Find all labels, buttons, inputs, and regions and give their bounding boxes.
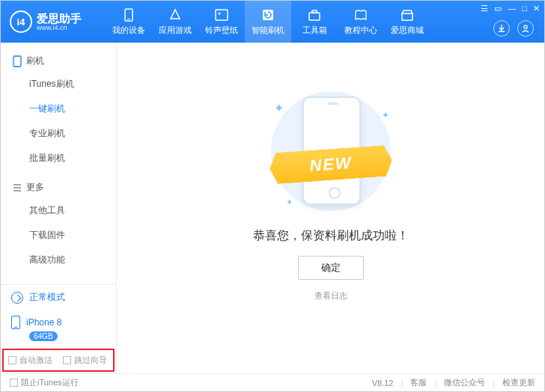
checkbox-auto-activate[interactable]: 自动激活 xyxy=(8,355,52,366)
app-subtitle: www.i4.cn xyxy=(37,24,82,31)
sidebar-item-batch-flash[interactable]: 批量刷机 xyxy=(1,146,116,171)
phone-outline-icon xyxy=(13,55,22,67)
top-nav: 我的设备 应用游戏 铃声壁纸 智能刷机 工具箱 教程中心 爱思商城 xyxy=(106,1,430,43)
minimize-icon[interactable]: — xyxy=(508,4,516,13)
download-icon[interactable] xyxy=(493,20,510,37)
nav-toolbox[interactable]: 工具箱 xyxy=(291,1,338,43)
sidebar-item-other-tools[interactable]: 其他工具 xyxy=(1,198,116,223)
sidebar: 刷机 iTunes刷机 一键刷机 专业刷机 批量刷机 更多 其他工具 下载固件 … xyxy=(1,43,117,373)
check-update-link[interactable]: 检查更新 xyxy=(502,377,535,388)
nav-label: 爱思商城 xyxy=(391,25,424,36)
device-info[interactable]: iPhone 8 xyxy=(1,310,116,331)
nav-ringtones[interactable]: 铃声壁纸 xyxy=(198,1,245,43)
phone-icon xyxy=(122,8,136,22)
version-label: V8.12 xyxy=(372,379,394,388)
device-mode[interactable]: 正常模式 xyxy=(1,285,116,310)
flash-options: 自动激活 跳过向导 xyxy=(1,347,116,373)
menu-icon xyxy=(13,183,22,192)
nav-apps[interactable]: 应用游戏 xyxy=(152,1,198,43)
checkbox-label: 阻止iTunes运行 xyxy=(21,377,79,388)
svg-rect-9 xyxy=(13,56,21,67)
device-name: iPhone 8 xyxy=(26,317,61,328)
svg-rect-5 xyxy=(309,13,320,20)
refresh-icon xyxy=(261,8,275,22)
svg-rect-6 xyxy=(312,10,317,13)
nav-smart-flash[interactable]: 智能刷机 xyxy=(245,1,291,43)
close-icon[interactable]: ✕ xyxy=(533,4,540,13)
sidebar-item-oneclick-flash[interactable]: 一键刷机 xyxy=(1,97,116,121)
svg-rect-7 xyxy=(402,13,412,20)
sidebar-group-more: 更多 xyxy=(1,177,116,198)
image-icon xyxy=(215,8,228,22)
nav-label: 教程中心 xyxy=(344,25,377,36)
sidebar-item-advanced[interactable]: 高级功能 xyxy=(1,248,116,272)
sidebar-item-itunes-flash[interactable]: iTunes刷机 xyxy=(1,72,116,97)
logo-mark-icon: i4 xyxy=(10,10,32,33)
checkbox-icon xyxy=(8,356,16,364)
sidebar-group-flash: 刷机 xyxy=(1,50,116,72)
sidebar-group-label: 刷机 xyxy=(26,55,44,67)
sparkle-icon: ✦ xyxy=(274,101,284,115)
svg-rect-2 xyxy=(216,10,228,20)
nav-label: 我的设备 xyxy=(112,25,145,36)
success-message: 恭喜您，保资料刷机成功啦！ xyxy=(253,228,409,244)
skin-icon[interactable]: ▭ xyxy=(494,4,502,13)
store-icon xyxy=(401,8,414,22)
confirm-button[interactable]: 确定 xyxy=(298,256,364,280)
sparkle-icon: ✦ xyxy=(286,197,293,207)
nav-my-device[interactable]: 我的设备 xyxy=(106,1,152,43)
checkbox-label: 跳过向导 xyxy=(74,355,107,366)
sidebar-item-download-firmware[interactable]: 下载固件 xyxy=(1,223,116,248)
device-mode-label: 正常模式 xyxy=(29,291,65,304)
maximize-icon[interactable]: □ xyxy=(522,4,527,13)
apps-icon xyxy=(168,8,182,22)
status-bar: 阻止iTunes运行 V8.12 | 客服 | 微信公众号 | 检查更新 xyxy=(1,373,544,391)
nav-store[interactable]: 爱思商城 xyxy=(384,1,430,43)
app-logo: i4 爱思助手 www.i4.cn xyxy=(1,10,106,33)
svg-rect-1 xyxy=(127,19,130,19)
nav-label: 工具箱 xyxy=(302,25,327,36)
main-content: ✦ ✦ ✦ NEW 恭喜您，保资料刷机成功啦！ 确定 查看日志 xyxy=(117,43,544,373)
app-title: 爱思助手 xyxy=(37,13,82,24)
header-actions xyxy=(493,20,534,37)
window-controls: ☰ ▭ — □ ✕ xyxy=(481,4,540,13)
checkbox-block-itunes[interactable]: 阻止iTunes运行 xyxy=(10,377,79,388)
svg-point-3 xyxy=(219,12,221,14)
checkbox-icon xyxy=(10,379,18,387)
checkbox-icon xyxy=(63,356,71,364)
sidebar-item-pro-flash[interactable]: 专业刷机 xyxy=(1,121,116,146)
app-header: i4 爱思助手 www.i4.cn 我的设备 应用游戏 铃声壁纸 智能刷机 工具… xyxy=(1,1,544,43)
sidebar-group-label: 更多 xyxy=(26,181,44,194)
device-icon xyxy=(11,316,20,329)
success-illustration: ✦ ✦ ✦ NEW xyxy=(256,88,406,215)
nav-tutorials[interactable]: 教程中心 xyxy=(338,1,384,43)
support-link[interactable]: 客服 xyxy=(410,377,427,388)
svg-point-8 xyxy=(524,25,527,28)
mode-icon xyxy=(11,292,23,304)
book-icon xyxy=(354,8,368,22)
sidebar-bottom: 正常模式 iPhone 8 64GB 自动激活 跳过向导 xyxy=(1,284,116,373)
checkbox-label: 自动激活 xyxy=(19,355,52,366)
checkbox-skip-guide[interactable]: 跳过向导 xyxy=(63,355,107,366)
nav-label: 智能刷机 xyxy=(252,25,284,36)
settings-icon[interactable]: ☰ xyxy=(481,4,488,13)
view-log-link[interactable]: 查看日志 xyxy=(314,290,347,301)
storage-badge: 64GB xyxy=(29,331,58,341)
user-icon[interactable] xyxy=(517,20,534,37)
toolbox-icon xyxy=(308,8,321,22)
sparkle-icon: ✦ xyxy=(382,110,389,120)
wechat-link[interactable]: 微信公众号 xyxy=(444,377,485,388)
nav-label: 应用游戏 xyxy=(159,25,192,36)
nav-label: 铃声壁纸 xyxy=(205,25,238,36)
